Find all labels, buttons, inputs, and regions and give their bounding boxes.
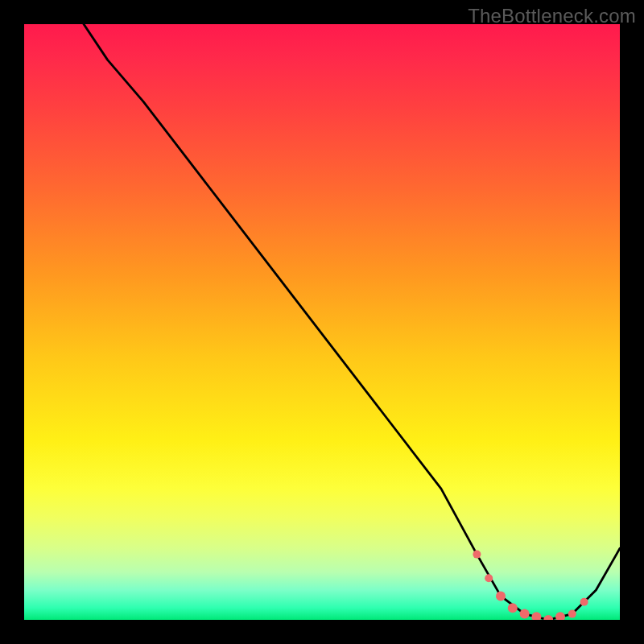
- highlight-dot: [520, 609, 530, 619]
- highlight-dot: [485, 574, 493, 582]
- highlight-dot: [568, 610, 576, 618]
- chart-frame: TheBottleneck.com: [0, 0, 644, 644]
- curve-layer: [24, 24, 620, 620]
- watermark-text: TheBottleneck.com: [468, 5, 636, 27]
- plot-area: [24, 24, 620, 620]
- bottleneck-curve: [84, 24, 620, 620]
- highlight-dot: [508, 603, 518, 613]
- highlight-dots: [473, 551, 588, 620]
- highlight-dot: [555, 612, 565, 620]
- highlight-dot: [543, 615, 553, 620]
- highlight-dot: [531, 612, 541, 620]
- highlight-dot: [496, 591, 506, 601]
- highlight-dot: [580, 598, 588, 606]
- highlight-dot: [473, 551, 481, 559]
